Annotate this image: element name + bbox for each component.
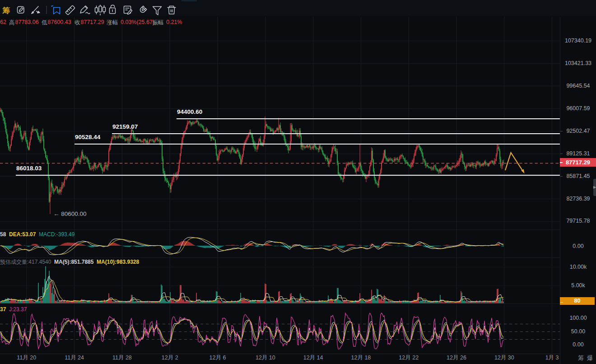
svg-text:90528.44: 90528.44 [75, 134, 101, 140]
svg-text:92159.07: 92159.07 [112, 123, 138, 130]
svg-text:筹: 筹 [2, 6, 10, 15]
svg-text:← 80600.00: ← 80600.00 [53, 210, 87, 217]
svg-text:86018.03: 86018.03 [16, 165, 42, 172]
svg-text:94400.60: 94400.60 [177, 108, 202, 115]
